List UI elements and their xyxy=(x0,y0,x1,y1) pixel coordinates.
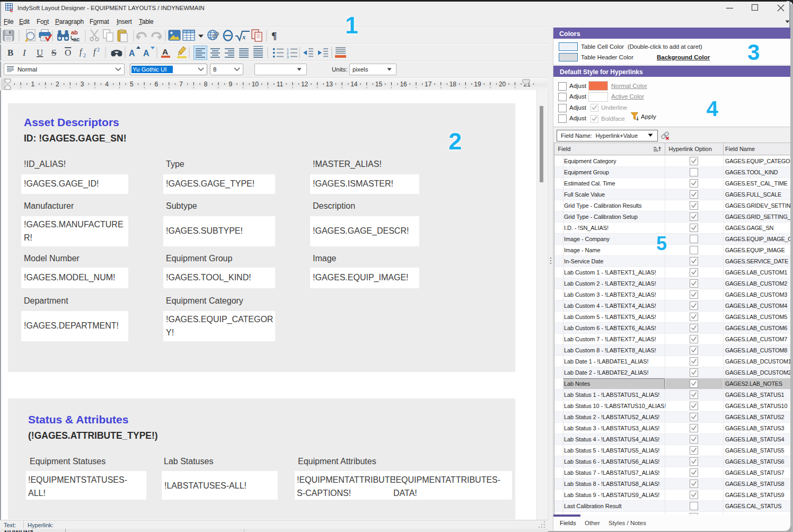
svg-text:9: 9 xyxy=(228,81,232,88)
svg-text:18: 18 xyxy=(450,81,457,88)
svg-text:17: 17 xyxy=(425,81,432,88)
svg-text:2: 2 xyxy=(83,52,86,58)
svg-text:19: 19 xyxy=(474,81,481,88)
svg-text:2: 2 xyxy=(287,51,289,55)
svg-text:16: 16 xyxy=(400,81,407,88)
svg-text:c: c xyxy=(10,7,13,12)
svg-text:A: A xyxy=(143,49,149,58)
svg-text:U: U xyxy=(37,48,43,58)
svg-text:20: 20 xyxy=(499,81,506,88)
svg-text:¶: ¶ xyxy=(271,30,277,41)
svg-text:2: 2 xyxy=(56,81,59,88)
svg-text:A: A xyxy=(129,49,135,58)
svg-text:10: 10 xyxy=(252,81,259,88)
svg-text:A: A xyxy=(162,47,168,56)
svg-text:12: 12 xyxy=(301,81,309,88)
svg-text:O: O xyxy=(65,48,71,58)
svg-text:ab: ab xyxy=(71,29,78,36)
svg-text:f: f xyxy=(80,47,83,57)
svg-text:f: f xyxy=(93,47,97,57)
svg-text:2: 2 xyxy=(97,47,100,52)
svg-text:6: 6 xyxy=(155,81,158,88)
svg-text:1: 1 xyxy=(287,48,289,51)
svg-text:3: 3 xyxy=(287,55,289,59)
svg-text:14: 14 xyxy=(350,81,358,88)
svg-text:8: 8 xyxy=(204,81,208,88)
svg-text:B: B xyxy=(7,48,13,58)
svg-text:3: 3 xyxy=(81,81,84,88)
svg-text:5: 5 xyxy=(130,81,134,88)
svg-text:7: 7 xyxy=(179,81,183,88)
svg-text:4: 4 xyxy=(105,81,109,88)
svg-text:15: 15 xyxy=(375,81,383,88)
svg-text:I: I xyxy=(22,48,27,58)
svg-text:13: 13 xyxy=(326,81,333,88)
svg-text:x: x xyxy=(242,33,246,41)
svg-text:11: 11 xyxy=(277,81,284,88)
svg-text:ac: ac xyxy=(73,36,80,42)
svg-text:1: 1 xyxy=(31,81,34,88)
svg-text:S: S xyxy=(51,48,56,58)
